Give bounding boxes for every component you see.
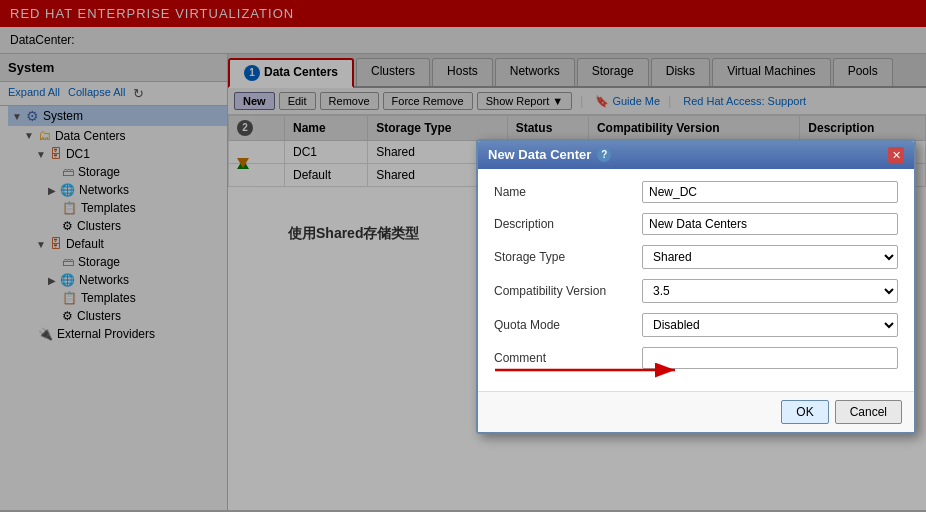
modal-header: New Data Center ? ✕	[478, 141, 914, 169]
form-row-description: Description	[494, 213, 898, 235]
description-input[interactable]	[642, 213, 898, 235]
compat-version-select[interactable]: 3.5 3.4 3.3	[642, 279, 898, 303]
field-label-name: Name	[494, 185, 634, 199]
modal-header-left: New Data Center ?	[488, 147, 611, 162]
modal-body: Name Description Storage Type Shared Loc…	[478, 169, 914, 391]
storage-type-select[interactable]: Shared Local Posix	[642, 245, 898, 269]
ok-button[interactable]: OK	[781, 400, 828, 424]
comment-input[interactable]	[642, 347, 898, 369]
modal-close-button[interactable]: ✕	[888, 147, 904, 163]
quota-mode-select[interactable]: Disabled Audit Enforced	[642, 313, 898, 337]
form-row-compat: Compatibility Version 3.5 3.4 3.3	[494, 279, 898, 303]
modal-overlay: New Data Center ? ✕ Name Description Sto…	[0, 0, 926, 512]
form-row-name: Name	[494, 181, 898, 203]
cancel-button[interactable]: Cancel	[835, 400, 902, 424]
name-input[interactable]	[642, 181, 898, 203]
field-label-description: Description	[494, 217, 634, 231]
modal-footer: OK Cancel	[478, 391, 914, 432]
field-label-storage-type: Storage Type	[494, 250, 634, 264]
form-row-comment: Comment	[494, 347, 898, 369]
help-icon[interactable]: ?	[597, 148, 611, 162]
form-row-storage-type: Storage Type Shared Local Posix	[494, 245, 898, 269]
field-label-compat: Compatibility Version	[494, 284, 634, 298]
field-label-comment: Comment	[494, 351, 634, 365]
field-label-quota: Quota Mode	[494, 318, 634, 332]
modal-title: New Data Center	[488, 147, 591, 162]
new-data-center-modal: New Data Center ? ✕ Name Description Sto…	[476, 139, 916, 434]
form-row-quota: Quota Mode Disabled Audit Enforced	[494, 313, 898, 337]
